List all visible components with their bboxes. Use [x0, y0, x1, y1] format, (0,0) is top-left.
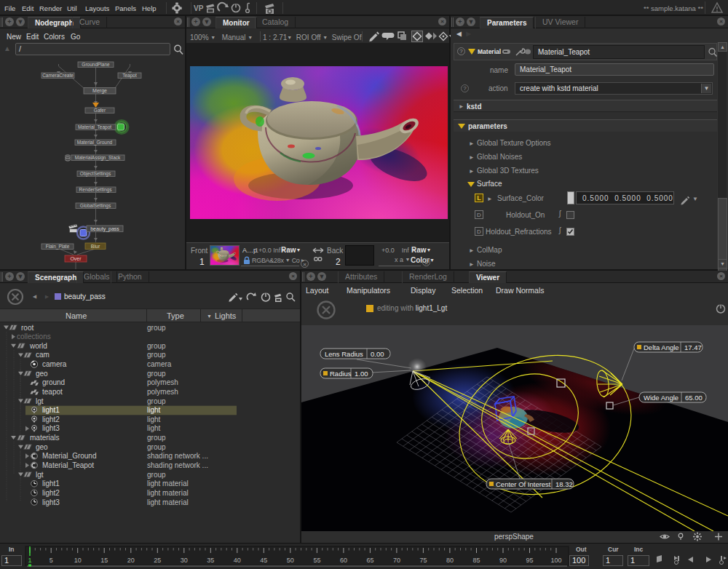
- svg-text:VP: VP: [194, 4, 204, 12]
- svg-text:collections: collections: [17, 333, 51, 341]
- svg-text:65.00: 65.00: [685, 394, 703, 402]
- svg-text:90: 90: [499, 557, 507, 564]
- svg-text:geo: geo: [36, 443, 48, 451]
- svg-text:root: root: [21, 324, 33, 332]
- svg-text:light: light: [147, 406, 161, 414]
- svg-text:light2: light2: [42, 489, 60, 497]
- svg-text:light2: light2: [42, 415, 60, 423]
- svg-text:1.00: 1.00: [355, 370, 368, 378]
- svg-text:world: world: [29, 342, 47, 350]
- svg-text:85: 85: [472, 557, 480, 564]
- svg-text:20: 20: [127, 557, 135, 564]
- svg-text:Material_Ground: Material_Ground: [42, 452, 96, 460]
- svg-text:RenderSettings: RenderSettings: [79, 187, 113, 193]
- svg-text:teapot: teapot: [42, 388, 63, 396]
- svg-text:Material_Teapot: Material_Teapot: [78, 124, 111, 130]
- svg-text:17.47: 17.47: [684, 343, 702, 351]
- svg-text:18.32: 18.32: [555, 480, 573, 488]
- svg-text:25: 25: [154, 557, 161, 564]
- svg-text:light1: light1: [42, 480, 60, 488]
- svg-text:35: 35: [207, 557, 214, 564]
- svg-text:light3: light3: [42, 498, 60, 506]
- svg-text:light material: light material: [147, 498, 189, 506]
- svg-text:MaterialAssign_Stack: MaterialAssign_Stack: [75, 155, 121, 161]
- svg-text:45: 45: [260, 557, 267, 564]
- svg-text:Wide Angle: Wide Angle: [644, 394, 678, 402]
- svg-text:polymesh: polymesh: [147, 378, 178, 386]
- svg-text:beauty_pass: beauty_pass: [90, 226, 119, 232]
- svg-text:0.00: 0.00: [371, 350, 384, 358]
- svg-text:80: 80: [446, 557, 454, 564]
- svg-text:geo: geo: [36, 370, 48, 378]
- svg-text:camera: camera: [42, 360, 67, 368]
- svg-text:group: group: [147, 370, 166, 378]
- svg-text:10: 10: [74, 557, 82, 564]
- svg-text:group: group: [147, 397, 166, 405]
- svg-text:lgt: lgt: [36, 397, 44, 405]
- svg-text:Material_Ground: Material_Ground: [77, 140, 113, 146]
- svg-text:light material: light material: [147, 480, 189, 488]
- svg-text:cam: cam: [36, 351, 50, 359]
- svg-text:group: group: [147, 443, 166, 451]
- svg-text:materials: materials: [30, 434, 60, 442]
- svg-text:camera: camera: [147, 360, 172, 368]
- svg-text:Blur: Blur: [91, 244, 100, 249]
- svg-text:50: 50: [287, 557, 294, 564]
- svg-text:Teapot: Teapot: [122, 73, 137, 79]
- svg-text:95: 95: [526, 557, 533, 564]
- svg-text:ground: ground: [42, 378, 65, 386]
- svg-text:shading network ...: shading network ...: [147, 452, 208, 460]
- svg-text:GlobalSettings: GlobalSettings: [80, 203, 111, 209]
- svg-text:ObjectSettings: ObjectSettings: [80, 171, 111, 177]
- svg-text:light: light: [147, 424, 161, 432]
- svg-text:Lens Radius: Lens Radius: [325, 350, 363, 358]
- svg-text:light1: light1: [42, 406, 60, 414]
- svg-text:65: 65: [366, 557, 373, 564]
- svg-text:Gafer: Gafer: [94, 108, 106, 113]
- svg-text:15: 15: [100, 557, 108, 564]
- svg-text:70: 70: [393, 557, 400, 564]
- svg-text:light: light: [147, 415, 161, 423]
- svg-text:CameraCreate: CameraCreate: [42, 73, 74, 78]
- svg-text:Material_Teapot: Material_Teapot: [42, 461, 94, 469]
- svg-text:light3: light3: [42, 424, 60, 432]
- svg-text:5: 5: [50, 557, 53, 564]
- svg-text:group: group: [147, 471, 166, 479]
- svg-text:Merge: Merge: [92, 88, 107, 94]
- svg-text:light material: light material: [147, 489, 189, 497]
- svg-text:60: 60: [340, 557, 347, 564]
- svg-text:40: 40: [234, 557, 241, 564]
- svg-text:group: group: [147, 434, 166, 442]
- svg-text:75: 75: [419, 557, 427, 564]
- svg-text:group: group: [147, 342, 166, 350]
- svg-text:1: 1: [28, 557, 31, 564]
- svg-text:Flain_Plate: Flain_Plate: [46, 244, 70, 250]
- svg-text:shading network ...: shading network ...: [147, 461, 208, 469]
- svg-text:GroundPlane: GroundPlane: [82, 62, 110, 67]
- svg-text:30: 30: [181, 557, 188, 564]
- svg-text:Center Of Interest: Center Of Interest: [496, 480, 551, 488]
- svg-text:group: group: [147, 324, 166, 332]
- svg-text:Radius: Radius: [330, 370, 352, 378]
- svg-text:lgt: lgt: [36, 471, 44, 479]
- svg-text:55: 55: [313, 557, 320, 564]
- svg-text:100: 100: [550, 557, 561, 564]
- svg-text:Over: Over: [70, 256, 82, 261]
- svg-text:group: group: [147, 351, 166, 359]
- svg-text:polymesh: polymesh: [147, 388, 178, 396]
- svg-text:Delta Angle: Delta Angle: [644, 343, 679, 351]
